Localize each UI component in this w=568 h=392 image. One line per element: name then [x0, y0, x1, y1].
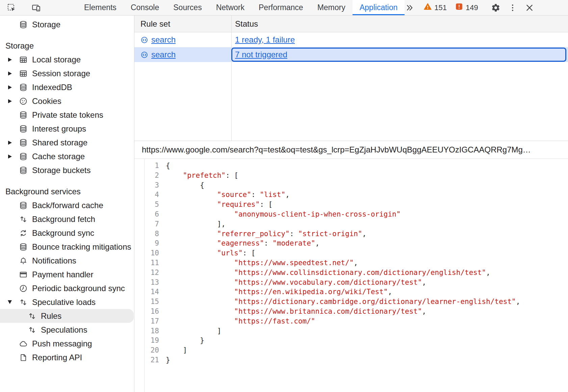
issues-counter[interactable]: 149 — [455, 2, 478, 13]
rule-set-preview: https://www.google.com/search?q=test&oq=… — [134, 141, 568, 392]
toggle-device-toolbar-icon[interactable] — [31, 0, 41, 15]
code-line: 17 "https://fast.com/" — [134, 316, 568, 326]
sidebar-item-label: Back/forward cache — [32, 201, 103, 210]
cloud-icon — [19, 339, 28, 348]
sidebar-item-local-storage[interactable]: Local storage — [0, 53, 134, 66]
code-line: 9 "eagerness": "moderate", — [134, 239, 568, 248]
code-line: 21} — [134, 355, 568, 365]
code-line: 11 "https://www.speedtest.net/", — [134, 258, 568, 268]
sidebar-item-label: Payment handler — [32, 270, 93, 279]
expand-arrow-icon[interactable] — [7, 85, 12, 89]
sidebar-item-label: Bounce tracking mitigations — [32, 242, 131, 252]
sidebar-item-interest-groups[interactable]: Interest groups — [0, 122, 134, 136]
code-text: } — [159, 355, 170, 365]
status-link[interactable]: 1 ready, 1 failure — [235, 35, 295, 45]
sidebar-item-background-fetch[interactable]: Background fetch — [0, 212, 134, 226]
sidebar-item-bounce-tracking-mitigations[interactable]: Bounce tracking mitigations — [0, 240, 134, 254]
tab-sources[interactable]: Sources — [166, 0, 209, 15]
line-number: 7 — [134, 219, 159, 229]
code-line: 5 "requires": [ — [134, 200, 568, 209]
rule-set-link[interactable]: search — [151, 50, 176, 59]
code-line: 14 "https://en.wikipedia.org/wiki/Test", — [134, 287, 568, 297]
inspect-icon[interactable] — [7, 0, 16, 15]
tab-application[interactable]: Application — [353, 0, 405, 15]
sidebar-item-back-forward-cache[interactable]: Back/forward cache — [0, 198, 134, 212]
line-number: 2 — [134, 171, 159, 180]
code-editor[interactable]: 1{2 "prefetch": [3 {4 "source": "list",5… — [134, 159, 568, 392]
warnings-counter[interactable]: 151 — [423, 2, 447, 13]
collapse-arrow-icon[interactable] — [7, 300, 12, 304]
sidebar-item-payment-handler[interactable]: Payment handler — [0, 268, 134, 281]
code-circle-icon — [140, 51, 148, 59]
cookie-icon — [19, 97, 28, 106]
sidebar-item-label: Private state tokens — [32, 110, 103, 120]
sidebar-item-background-sync[interactable]: Background sync — [0, 226, 134, 240]
status-cell[interactable]: 1 ready, 1 failure — [232, 32, 568, 47]
status-link[interactable]: 7 not triggered — [235, 50, 287, 59]
sidebar-item-cache-storage[interactable]: Cache storage — [0, 149, 134, 163]
code-line: 12 "https://www.collinsdictionary.com/di… — [134, 268, 568, 278]
code-lines: 1{2 "prefetch": [3 {4 "source": "list",5… — [134, 161, 568, 365]
sidebar-item-storage[interactable]: Storage — [0, 18, 134, 31]
database-icon — [19, 152, 28, 161]
sidebar-item-session-storage[interactable]: Session storage — [0, 66, 134, 80]
line-number: 8 — [134, 229, 159, 239]
expand-arrow-icon[interactable] — [7, 72, 12, 76]
speculative-loads-panel: Rule set Status search1 ready, 1 failure… — [134, 16, 568, 392]
sidebar-item-periodic-background-sync[interactable]: Periodic background sync — [0, 281, 134, 295]
status-cell[interactable]: 7 not triggered — [232, 47, 568, 62]
close-icon[interactable] — [525, 3, 534, 12]
sidebar-item-label: Local storage — [32, 55, 81, 64]
sidebar-item-reporting-api[interactable]: Reporting API — [0, 351, 134, 364]
issue-count: 149 — [466, 3, 478, 12]
line-number: 3 — [134, 180, 159, 190]
sidebar-item-cookies[interactable]: Cookies — [0, 94, 134, 108]
tab-performance[interactable]: Performance — [252, 0, 310, 15]
rule-set-link[interactable]: search — [151, 35, 176, 45]
tab-elements[interactable]: Elements — [77, 0, 124, 15]
sidebar-item-rules[interactable]: Rules — [0, 309, 134, 323]
sidebar-item-storage-buckets[interactable]: Storage buckets — [0, 163, 134, 177]
ruleset-row[interactable]: search7 not triggered — [134, 47, 568, 62]
tab-console[interactable]: Console — [124, 0, 166, 15]
sidebar-item-label: Rules — [41, 311, 61, 321]
line-number: 12 — [134, 268, 159, 278]
line-number: 15 — [134, 297, 159, 307]
code-text: "https://www.speedtest.net/", — [159, 258, 358, 268]
code-line: 8 "referrer_policy": "strict-origin", — [134, 229, 568, 239]
sidebar-item-push-messaging[interactable]: Push messaging — [0, 337, 134, 351]
code-text: "referrer_policy": "strict-origin", — [159, 229, 366, 239]
code-line: 13 "https://www.vocabulary.com/dictionar… — [134, 278, 568, 287]
settings-gear-icon[interactable] — [491, 3, 500, 12]
table-icon — [19, 69, 28, 78]
table-icon — [19, 55, 28, 64]
sidebar-item-indexeddb[interactable]: IndexedDB — [0, 80, 134, 94]
expand-arrow-icon[interactable] — [7, 99, 12, 103]
more-tabs-icon[interactable] — [405, 3, 414, 12]
column-header-rule-set: Rule set — [134, 19, 232, 29]
code-line: 16 "https://www.britannica.com/dictionar… — [134, 307, 568, 316]
sidebar-item-speculations[interactable]: Speculations — [0, 323, 134, 337]
clock-icon — [19, 284, 28, 293]
sidebar-item-label: Shared storage — [32, 138, 87, 147]
sidebar-item-notifications[interactable]: Notifications — [0, 254, 134, 268]
line-number: 14 — [134, 287, 159, 297]
expand-arrow-icon[interactable] — [7, 141, 12, 145]
tab-network[interactable]: Network — [209, 0, 252, 15]
sidebar-item-private-state-tokens[interactable]: Private state tokens — [0, 108, 134, 122]
more-options-icon[interactable] — [508, 3, 517, 12]
expand-arrow-icon[interactable] — [7, 58, 12, 62]
database-icon — [19, 83, 28, 92]
panel-tabs: ElementsConsoleSourcesNetworkPerformance… — [77, 0, 405, 15]
code-circle-icon — [140, 36, 148, 44]
tab-memory[interactable]: Memory — [310, 0, 353, 15]
expand-arrow-icon[interactable] — [7, 155, 12, 159]
database-icon — [19, 201, 28, 210]
warning-count: 151 — [434, 3, 447, 12]
code-text: "https://en.wikipedia.org/wiki/Test", — [159, 287, 392, 297]
database-icon — [19, 20, 28, 29]
ruleset-row[interactable]: search1 ready, 1 failure — [134, 32, 568, 47]
devtools-toolbar: ElementsConsoleSourcesNetworkPerformance… — [0, 0, 568, 16]
sidebar-item-shared-storage[interactable]: Shared storage — [0, 136, 134, 149]
sidebar-item-speculative-loads[interactable]: Speculative loads — [0, 295, 134, 309]
